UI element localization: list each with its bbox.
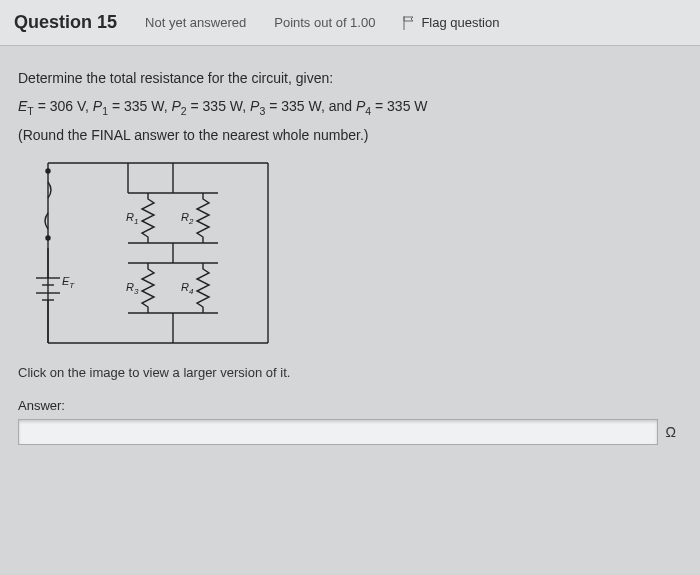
answer-input[interactable] <box>18 419 658 445</box>
circuit-diagram[interactable]: ET R1 R2 R3 R4 <box>18 153 298 353</box>
svg-point-1 <box>46 236 50 240</box>
answer-unit: Ω <box>666 424 682 440</box>
circuit-label-r1: R1 <box>126 211 138 226</box>
question-number: Question 15 <box>14 12 117 33</box>
circuit-label-r4: R4 <box>181 281 194 296</box>
image-enlarge-note: Click on the image to view a larger vers… <box>18 365 682 380</box>
question-word: Question <box>14 12 92 32</box>
answer-line: Ω <box>18 419 682 445</box>
question-prompt: Determine the total resistance for the c… <box>18 70 682 86</box>
circuit-label-et: ET <box>62 275 75 290</box>
circuit-label-r2: R2 <box>181 211 194 226</box>
answer-label: Answer: <box>18 398 682 413</box>
question-number-value: 15 <box>97 12 117 32</box>
flag-question-link[interactable]: Flag question <box>403 15 499 30</box>
flag-question-label: Flag question <box>421 15 499 30</box>
question-body: Determine the total resistance for the c… <box>0 46 700 455</box>
rounding-instruction: (Round the FINAL answer to the nearest w… <box>18 127 682 143</box>
answer-section: Answer: Ω <box>18 398 682 445</box>
question-givens: ET = 306 V, P1 = 335 W, P2 = 335 W, P3 =… <box>18 98 682 117</box>
points-out-of: Points out of 1.00 <box>274 15 375 30</box>
circuit-label-r3: R3 <box>126 281 139 296</box>
answer-status: Not yet answered <box>145 15 246 30</box>
svg-point-0 <box>46 169 50 173</box>
flag-icon <box>403 16 415 30</box>
question-header: Question 15 Not yet answered Points out … <box>0 0 700 46</box>
